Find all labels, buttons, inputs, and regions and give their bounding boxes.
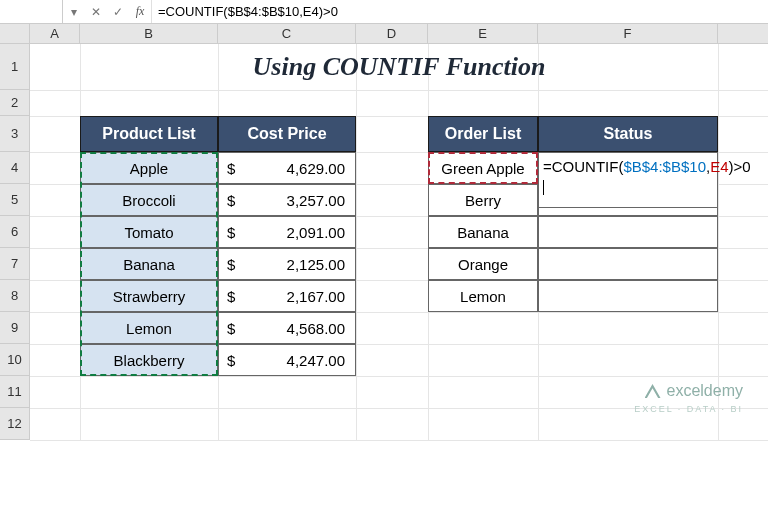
- table-cell-cost[interactable]: $2,125.00: [218, 248, 356, 280]
- table-cell-order[interactable]: Lemon: [428, 280, 538, 312]
- table-header: Product List: [80, 116, 218, 152]
- formula-input[interactable]: =COUNTIF($B$4:$B$10,E4)>0: [152, 0, 768, 23]
- col-header[interactable]: D: [356, 24, 428, 43]
- formula-token: )>0: [729, 158, 751, 175]
- table-cell-order[interactable]: Banana: [428, 216, 538, 248]
- logo-text: exceldemy: [667, 382, 743, 400]
- cancel-icon[interactable]: ✕: [85, 0, 107, 23]
- row-header[interactable]: 11: [0, 376, 29, 408]
- table-cell-cost[interactable]: $4,629.00: [218, 152, 356, 184]
- watermark-logo: exceldemy: [645, 382, 743, 400]
- row-header[interactable]: 2: [0, 90, 29, 116]
- col-header[interactable]: A: [30, 24, 80, 43]
- table-header: Order List: [428, 116, 538, 152]
- formula-bar: ▾ ✕ ✓ fx =COUNTIF($B$4:$B$10,E4)>0: [0, 0, 768, 24]
- row-header[interactable]: 3: [0, 116, 29, 152]
- table-cell-cost[interactable]: $2,167.00: [218, 280, 356, 312]
- table-cell-product[interactable]: Tomato: [80, 216, 218, 248]
- row-header[interactable]: 6: [0, 216, 29, 248]
- table-cell-cost[interactable]: $3,257.00: [218, 184, 356, 216]
- enter-icon[interactable]: ✓: [107, 0, 129, 23]
- row-header[interactable]: 1: [0, 44, 29, 90]
- row-header[interactable]: 5: [0, 184, 29, 216]
- select-all[interactable]: [0, 24, 30, 43]
- table-cell-order[interactable]: Orange: [428, 248, 538, 280]
- col-header[interactable]: E: [428, 24, 538, 43]
- table-cell-product[interactable]: Banana: [80, 248, 218, 280]
- table-cell-order[interactable]: Green Apple: [428, 152, 538, 184]
- table-cell-status[interactable]: [538, 248, 718, 280]
- col-header[interactable]: B: [80, 24, 218, 43]
- table-cell-order[interactable]: Berry: [428, 184, 538, 216]
- table-cell-product[interactable]: Apple: [80, 152, 218, 184]
- table-cell-product[interactable]: Lemon: [80, 312, 218, 344]
- row-header[interactable]: 10: [0, 344, 29, 376]
- formula-ref: $B$4:$B$10: [623, 158, 706, 175]
- col-header[interactable]: F: [538, 24, 718, 43]
- row-headers: 1 2 3 4 5 6 7 8 9 10 11 12: [0, 44, 30, 440]
- cells-area[interactable]: Using COUNTIF Function Product List Cost…: [30, 44, 768, 440]
- table-header: Cost Price: [218, 116, 356, 152]
- table-cell-cost[interactable]: $4,568.00: [218, 312, 356, 344]
- table-cell-cost[interactable]: $2,091.00: [218, 216, 356, 248]
- dropdown-icon[interactable]: ▾: [63, 0, 85, 23]
- column-headers: A B C D E F: [0, 24, 768, 44]
- row-header[interactable]: 12: [0, 408, 29, 440]
- fx-icon[interactable]: fx: [129, 0, 151, 23]
- row-header[interactable]: 7: [0, 248, 29, 280]
- formula-ref: E4: [710, 158, 728, 175]
- row-header[interactable]: 8: [0, 280, 29, 312]
- formula-token: =COUNTIF(: [543, 158, 623, 175]
- table-cell-product[interactable]: Broccoli: [80, 184, 218, 216]
- cursor-icon: [543, 180, 544, 195]
- row-header[interactable]: 4: [0, 152, 29, 184]
- table-cell-product[interactable]: Strawberry: [80, 280, 218, 312]
- table-cell-product[interactable]: Blackberry: [80, 344, 218, 376]
- watermark-sub: EXCEL · DATA · BI: [634, 404, 743, 414]
- formula-bar-buttons: ▾ ✕ ✓ fx: [63, 0, 152, 23]
- row-header[interactable]: 9: [0, 312, 29, 344]
- table-cell-cost[interactable]: $4,247.00: [218, 344, 356, 376]
- col-header[interactable]: C: [218, 24, 356, 43]
- page-title: Using COUNTIF Function: [80, 44, 718, 90]
- cell-editing[interactable]: =COUNTIF($B$4:$B$10,E4)>0: [538, 152, 718, 208]
- table-cell-status[interactable]: [538, 280, 718, 312]
- logo-icon: [645, 384, 661, 398]
- table-header: Status: [538, 116, 718, 152]
- table-cell-status[interactable]: [538, 216, 718, 248]
- name-box[interactable]: [0, 0, 63, 23]
